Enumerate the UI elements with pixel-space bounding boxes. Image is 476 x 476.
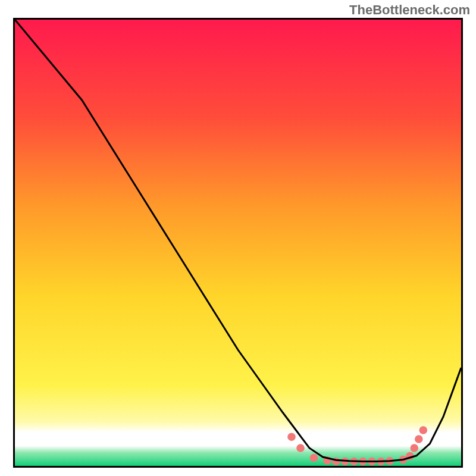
chart-svg <box>15 20 461 466</box>
marker-dot <box>310 454 318 462</box>
marker-dot <box>419 426 428 434</box>
marker-dot <box>415 435 423 443</box>
chart-frame: TheBottleneck.com <box>0 0 476 476</box>
plot-area <box>13 18 463 468</box>
marker-dot <box>296 444 305 452</box>
marker-dot <box>287 433 296 441</box>
marker-dot <box>411 444 419 452</box>
watermark-label: TheBottleneck.com <box>349 2 470 18</box>
gradient-background <box>15 20 461 466</box>
